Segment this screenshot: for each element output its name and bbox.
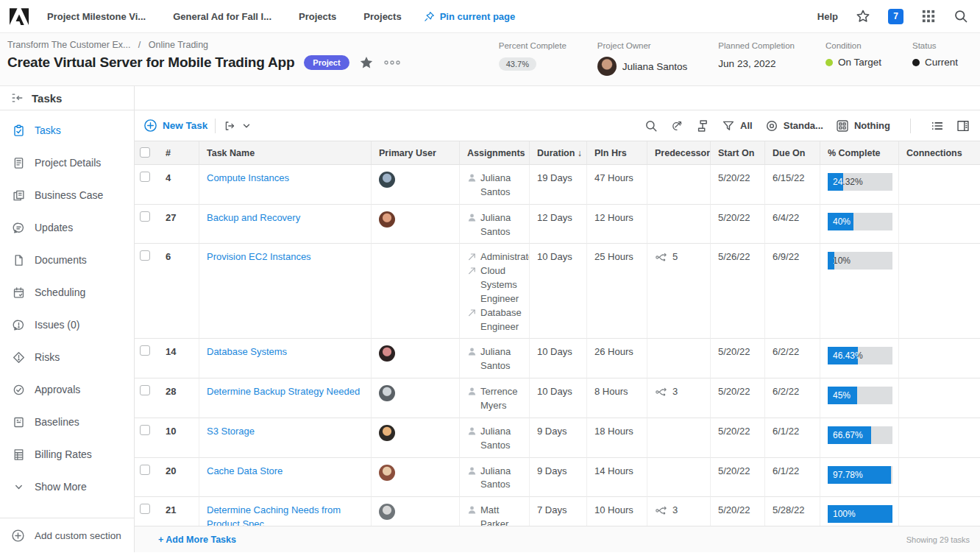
assignment[interactable]: Juliana Santos: [467, 425, 522, 453]
row-checkbox[interactable]: [140, 250, 150, 261]
task-name-cell: Compute Instances: [199, 165, 372, 205]
favorites-star-icon[interactable]: [856, 9, 870, 24]
add-custom-section-button[interactable]: Add custom section: [0, 518, 134, 552]
quick-filter-icon[interactable]: [670, 119, 683, 133]
row-checkbox[interactable]: [140, 425, 150, 435]
assignment[interactable]: Matt Parker: [467, 504, 522, 526]
column-header-predecessors[interactable]: Predecessors: [647, 141, 711, 164]
pin-current-page-button[interactable]: Pin current page: [424, 11, 516, 22]
project-owner-name[interactable]: Juliana Santos: [622, 61, 688, 72]
grouping-control[interactable]: Nothing: [836, 119, 890, 133]
assignment[interactable]: Administrator: [467, 250, 522, 264]
column-header-assignments[interactable]: Assignments: [460, 141, 530, 164]
app-switcher-icon[interactable]: [921, 9, 936, 24]
assignment[interactable]: Juliana Santos: [467, 211, 522, 239]
sidebar-item-documents[interactable]: Documents: [0, 244, 134, 276]
column-header-name[interactable]: Task Name: [199, 141, 372, 164]
gantt-group-icon[interactable]: [696, 119, 709, 133]
more-options-icon[interactable]: [383, 57, 401, 68]
sidebar-item-scheduling[interactable]: Scheduling: [0, 276, 134, 309]
sidebar-item-issues-0[interactable]: Issues (0): [0, 309, 134, 341]
add-more-tasks-button[interactable]: + Add More Tasks: [158, 535, 236, 545]
sidebar-item-updates[interactable]: Updates: [0, 211, 134, 244]
column-header-primary_user[interactable]: Primary User: [372, 141, 460, 164]
row-checkbox[interactable]: [140, 172, 150, 182]
sidebar-item-show-more[interactable]: Show More: [0, 471, 134, 503]
column-header-due_on[interactable]: Due On: [765, 141, 820, 164]
avatar[interactable]: [379, 385, 395, 401]
collapse-panel-icon[interactable]: [11, 92, 24, 104]
predecessor-number[interactable]: 5: [672, 250, 678, 264]
sidebar-item-tasks[interactable]: Tasks: [0, 114, 134, 147]
sidebar-item-risks[interactable]: Risks: [0, 341, 134, 373]
column-header-number[interactable]: #: [158, 141, 199, 164]
predecessor-number[interactable]: 3: [672, 504, 678, 518]
start-on-cell: 5/20/22: [711, 165, 765, 205]
assignment[interactable]: Cloud Systems Engineer: [467, 264, 522, 306]
row-checkbox[interactable]: [140, 385, 150, 395]
assignment[interactable]: Terrence Myers: [467, 385, 522, 413]
sidebar-item-approvals[interactable]: Approvals: [0, 373, 134, 406]
task-name-link[interactable]: S3 Storage: [207, 426, 255, 437]
row-checkbox[interactable]: [140, 504, 150, 514]
assignment-name: Database Engineer: [480, 306, 522, 334]
avatar[interactable]: [379, 465, 395, 481]
field-value: Current: [925, 57, 958, 68]
avatar[interactable]: [379, 172, 395, 188]
view-control[interactable]: Standa...: [765, 119, 823, 133]
help-link[interactable]: Help: [817, 11, 838, 22]
row-checkbox[interactable]: [140, 465, 150, 475]
task-name-link[interactable]: Determine Caching Needs from Product Spe…: [207, 504, 341, 526]
task-name-link[interactable]: Determine Backup Strategy Needed: [207, 386, 360, 397]
new-task-button[interactable]: New Task: [143, 119, 207, 133]
avatar[interactable]: [379, 345, 395, 362]
field-label: Percent Complete: [499, 41, 567, 50]
filter-control[interactable]: All: [722, 119, 753, 133]
assignment[interactable]: Juliana Santos: [467, 172, 522, 200]
sidebar-item-business-case[interactable]: Business Case: [0, 179, 134, 211]
column-header-pln_hrs[interactable]: Pln Hrs: [587, 141, 647, 164]
assignment[interactable]: Database Engineer: [467, 306, 522, 334]
nav-tab-1[interactable]: General Ad for Fall I...: [173, 11, 271, 22]
nav-tab-0[interactable]: Project Milestone Vi...: [47, 11, 146, 22]
task-name-link[interactable]: Backup and Recovery: [207, 212, 300, 223]
favorite-star-icon[interactable]: [359, 55, 374, 70]
column-header-duration[interactable]: Duration ↓: [530, 141, 587, 164]
task-name-link[interactable]: Provision EC2 Instances: [207, 251, 311, 262]
breadcrumb-program[interactable]: Online Trading: [149, 40, 208, 50]
sidebar-item-label: Tasks: [35, 124, 61, 136]
avatar[interactable]: [379, 211, 395, 228]
assignment-name: Administrator: [480, 250, 530, 264]
avatar[interactable]: [379, 504, 395, 520]
row-checkbox[interactable]: [140, 345, 150, 356]
column-header-connections[interactable]: Connections: [899, 141, 980, 164]
export-icon[interactable]: [223, 120, 236, 132]
summary-panel-icon[interactable]: [956, 119, 970, 133]
column-header-start_on[interactable]: Start On: [711, 141, 765, 164]
task-name-link[interactable]: Cache Data Store: [207, 465, 283, 476]
notification-badge[interactable]: 7: [888, 9, 903, 24]
sidebar-item-project-details[interactable]: Project Details: [0, 147, 134, 179]
task-name-link[interactable]: Compute Instances: [207, 172, 289, 183]
breadcrumb-portfolio[interactable]: Transform The Customer Ex...: [7, 40, 130, 50]
avatar[interactable]: [597, 57, 617, 76]
assignment[interactable]: Juliana Santos: [467, 465, 522, 493]
sidebar-item-billing-rates[interactable]: Billing Rates: [0, 438, 134, 471]
column-header-pct_complete[interactable]: % Complete: [820, 141, 899, 164]
select-all-checkbox[interactable]: [140, 147, 150, 158]
assignment[interactable]: Juliana Santos: [467, 345, 522, 373]
row-checkbox[interactable]: [140, 211, 150, 222]
adobe-logo[interactable]: [0, 8, 38, 25]
avatar[interactable]: [379, 425, 395, 441]
sidebar-item-baselines[interactable]: Baselines: [0, 406, 134, 438]
pin-icon: [424, 11, 435, 22]
list-view-icon[interactable]: [931, 119, 944, 133]
percent-complete-cell: 97.78%97.78%: [820, 458, 899, 498]
nav-tab-2[interactable]: Projects: [299, 11, 336, 22]
export-chevron-down-icon[interactable]: [236, 121, 251, 130]
predecessor-number[interactable]: 3: [672, 385, 678, 399]
global-search-icon[interactable]: [954, 9, 968, 24]
nav-tab-3[interactable]: Projects: [363, 11, 401, 22]
task-name-link[interactable]: Database Systems: [207, 346, 287, 357]
search-tasks-icon[interactable]: [645, 119, 658, 133]
